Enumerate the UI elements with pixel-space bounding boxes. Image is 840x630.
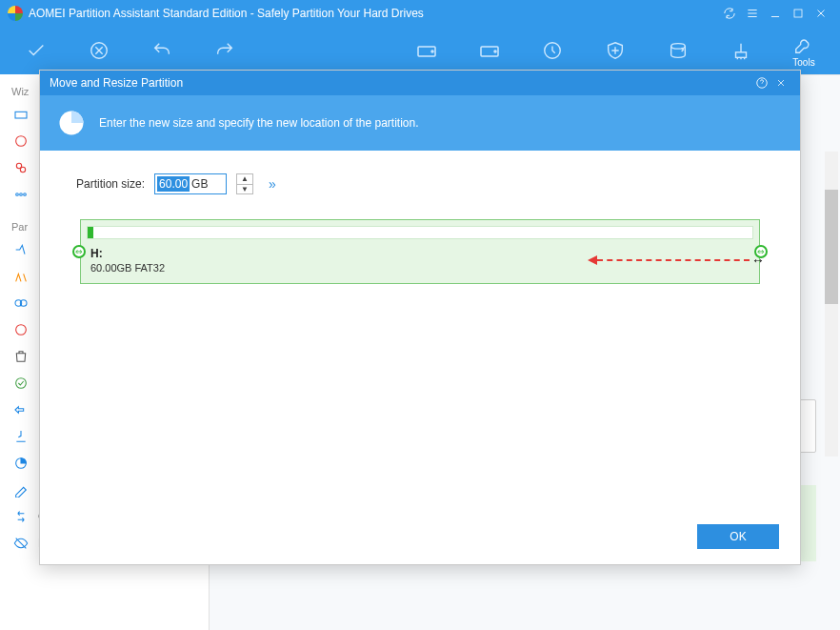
dialog-title: Move and Resize Partition [50, 76, 183, 90]
size-spinner[interactable]: ▲ ▼ [236, 173, 253, 194]
svg-rect-8 [736, 52, 747, 58]
dialog-banner: Enter the new size and specify the new l… [40, 95, 800, 151]
dialog-close-button[interactable] [771, 73, 790, 92]
discard-button[interactable] [70, 30, 128, 71]
partition-free-bar [87, 226, 753, 239]
svg-point-13 [16, 193, 19, 196]
clock-icon[interactable] [524, 30, 581, 71]
app-title: AOMEI Partition Assistant Standard Editi… [29, 7, 424, 20]
svg-point-3 [431, 51, 433, 52]
svg-point-18 [16, 325, 27, 335]
partition-size-label: Partition size: [76, 177, 145, 191]
apply-button[interactable] [8, 30, 65, 71]
resize-handle-left[interactable]: ⇔ [72, 245, 86, 258]
svg-rect-0 [794, 10, 802, 17]
partition-size-unit: GB [191, 177, 208, 191]
spinner-down-button[interactable]: ▼ [237, 185, 252, 194]
partition-size-value: 60.00 [157, 176, 190, 192]
partition-used-bar [88, 227, 93, 238]
scrollbar-thumb[interactable] [825, 190, 838, 304]
svg-point-12 [20, 167, 25, 172]
partition-drive-letter: H: [90, 247, 103, 260]
disk1-icon[interactable] [398, 30, 455, 71]
svg-point-19 [16, 378, 27, 389]
partition-banner-icon [57, 109, 86, 137]
arrow-dashed-line [597, 259, 750, 261]
convert-icon [13, 509, 29, 524]
dialog-help-button[interactable] [752, 73, 771, 92]
svg-point-10 [16, 136, 27, 147]
resize-cursor-icon: ↔ [751, 253, 765, 268]
titlebar: AOMEI Partition Assistant Standard Editi… [0, 0, 840, 27]
hide-icon [13, 536, 29, 551]
menu-button[interactable] [741, 2, 764, 25]
svg-point-7 [671, 44, 686, 50]
recover-icon[interactable] [650, 30, 707, 71]
resize-partition-dialog: Move and Resize Partition Enter the new … [39, 70, 801, 565]
disk2-icon[interactable] [461, 30, 518, 71]
svg-point-14 [20, 193, 23, 196]
main-toolbar: Tools [0, 27, 840, 74]
arrow-left-head-icon [588, 255, 597, 265]
ok-button[interactable]: OK [697, 524, 779, 549]
clean-icon[interactable] [712, 30, 770, 71]
redo-button[interactable] [196, 30, 253, 71]
svg-point-5 [494, 51, 496, 52]
advanced-toggle[interactable]: » [269, 176, 276, 192]
app-logo-icon [8, 6, 23, 21]
dialog-banner-text: Enter the new size and specify the new l… [99, 116, 419, 130]
partition-size-input[interactable]: 60.00GB [154, 173, 227, 194]
drag-hint-arrow: ↔ [588, 253, 765, 268]
undo-button[interactable] [133, 30, 190, 71]
scrollbar[interactable] [825, 152, 838, 457]
svg-point-15 [24, 193, 27, 196]
shield-icon[interactable] [587, 30, 644, 71]
maximize-button[interactable] [787, 2, 810, 25]
partition-visual[interactable]: H: 60.00GB FAT32 ⇔ ⇔ ↔ [80, 219, 760, 284]
svg-rect-9 [15, 112, 27, 118]
close-button[interactable] [810, 2, 832, 25]
minimize-button[interactable] [764, 2, 787, 25]
tools-label: Tools [792, 57, 814, 68]
refresh-button[interactable] [718, 2, 741, 25]
partition-detail: 60.00GB FAT32 [90, 262, 165, 274]
spinner-up-button[interactable]: ▲ [237, 174, 252, 185]
tools-button[interactable]: Tools [775, 30, 832, 71]
dialog-titlebar: Move and Resize Partition [40, 71, 800, 95]
